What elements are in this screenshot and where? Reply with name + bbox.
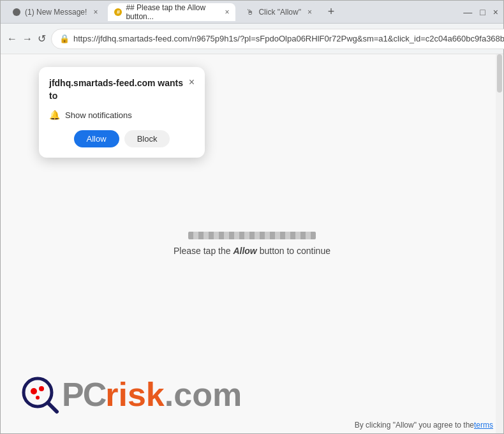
tab3-favicon-icon: 🖱 <box>246 8 254 17</box>
popup-header: jfdhq.smartads-feed.com wants to × <box>49 77 195 102</box>
new-tab-button[interactable]: + <box>322 3 340 21</box>
terms-link[interactable]: terms <box>474 421 493 430</box>
url-text: https://jfdhq.smartads-feed.com/n9675p9h… <box>73 34 504 43</box>
tab2-favicon-icon: # <box>114 8 122 16</box>
svg-line-1 <box>48 403 57 412</box>
popup-option-label: Show notifications <box>65 110 132 120</box>
close-window-button[interactable]: × <box>493 7 498 17</box>
bottom-bar: By clicking "Allow" you agree to the ter… <box>1 417 503 433</box>
logo-icon <box>20 375 59 414</box>
lock-icon: 🔒 <box>59 34 70 43</box>
title-bar: (1) New Message! × # ## Please tap the A… <box>1 1 503 24</box>
popup-close-icon[interactable]: × <box>189 77 195 87</box>
progress-bar <box>188 232 316 239</box>
maximize-button[interactable]: □ <box>480 7 485 17</box>
tab3-label: Click "Allow" <box>258 8 301 17</box>
svg-point-4 <box>36 396 40 400</box>
refresh-button[interactable]: ↺ <box>38 30 46 48</box>
tab2-close-icon[interactable]: × <box>225 8 229 17</box>
url-box[interactable]: 🔒 https://jfdhq.smartads-feed.com/n9675p… <box>51 29 504 49</box>
popup-buttons: Allow Block <box>49 130 195 147</box>
block-button[interactable]: Block <box>124 130 170 147</box>
tab1-close-icon[interactable]: × <box>93 8 98 17</box>
tab1-label: (1) New Message! <box>25 8 87 17</box>
tab2-label: ## Please tap the Allow button... <box>126 3 218 21</box>
popup-title: jfdhq.smartads-feed.com wants to <box>49 77 189 102</box>
footer-text: By clicking "Allow" you agree to the <box>355 421 474 430</box>
tab-3[interactable]: 🖱 Click "Allow" × <box>239 3 318 21</box>
forward-button[interactable]: → <box>22 30 33 48</box>
tab-1[interactable]: (1) New Message! × <box>6 3 104 21</box>
tab1-favicon <box>12 8 21 17</box>
logo-pc-text: PC <box>62 378 105 411</box>
progress-prefix: Please tap the <box>174 246 233 256</box>
popup-option: 🔔 Show notifications <box>49 110 195 120</box>
progress-text: Please tap the Allow button to continue <box>174 246 330 256</box>
window-controls: — □ × <box>463 7 498 17</box>
svg-point-2 <box>31 388 37 394</box>
back-button[interactable]: ← <box>7 30 17 48</box>
tab-2[interactable]: # ## Please tap the Allow button... × <box>108 3 235 21</box>
address-bar: ← → ↺ 🔒 https://jfdhq.smartads-feed.com/… <box>1 24 503 54</box>
notification-popup: jfdhq.smartads-feed.com wants to × 🔔 Sho… <box>39 67 205 158</box>
bell-icon: 🔔 <box>49 110 60 120</box>
center-content: Please tap the Allow button to continue <box>174 232 330 256</box>
logo-text-group: PCrisk.com <box>62 375 242 414</box>
page-content: jfdhq.smartads-feed.com wants to × 🔔 Sho… <box>1 54 503 433</box>
svg-point-3 <box>39 386 44 391</box>
scrollbar[interactable] <box>496 54 503 433</box>
progress-allow-word: Allow <box>233 246 256 256</box>
allow-button[interactable]: Allow <box>74 130 119 147</box>
logo-area: PCrisk.com <box>20 375 242 414</box>
logo-dotcom-text: .com <box>165 375 242 414</box>
tab3-close-icon[interactable]: × <box>308 8 312 17</box>
progress-suffix: button to continue <box>257 246 330 256</box>
tab3-favicon: 🖱 <box>246 8 255 17</box>
browser-window: (1) New Message! × # ## Please tap the A… <box>0 0 504 434</box>
logo-risk-text: risk <box>105 375 165 414</box>
tab2-favicon: # <box>114 8 122 17</box>
scrollbar-thumb[interactable] <box>497 54 502 93</box>
minimize-button[interactable]: — <box>463 7 472 17</box>
